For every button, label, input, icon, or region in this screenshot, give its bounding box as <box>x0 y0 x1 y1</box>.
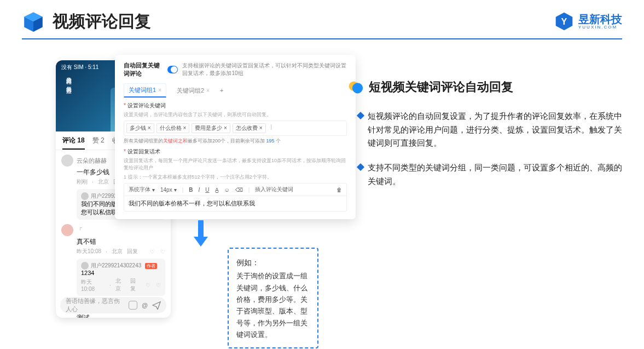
input-placeholder: 善语结善缘，恶言伤人心 <box>66 297 124 313</box>
delete-icon[interactable]: 🗑 <box>336 187 342 193</box>
chip[interactable]: 费用是多少 × <box>192 123 230 133</box>
tab-comments[interactable]: 评论 18 <box>62 136 85 145</box>
font-select[interactable]: 系统字体 ▾ <box>129 186 155 193</box>
cube-icon <box>22 10 45 33</box>
comment-body: 真不错 <box>77 237 165 247</box>
phone-status: 没有 SIM · 5:11 <box>61 64 98 71</box>
switch-label: 自动回复关键词评论 <box>124 61 163 78</box>
brand-mark-icon: Y <box>554 12 574 31</box>
insert-keyword-button[interactable]: 插入评论关键词 <box>255 186 293 193</box>
svg-text:Y: Y <box>561 16 567 26</box>
field-hint: 设置关键词，当评论里内容包含了以下关键词，则系统可自动回复。 <box>124 111 347 118</box>
chip[interactable]: 什么价格 × <box>156 123 190 133</box>
comment-body: 测试 <box>77 313 165 318</box>
video-caption: 身边的真相 复复的青涩 <box>65 72 72 84</box>
chat-bubble-icon <box>348 79 363 95</box>
bullet-text: 短视频评论的自动回复设置，为了提升作者的评论回复效率，在系统中针对常见的评论用户… <box>368 110 627 150</box>
chip[interactable]: 多少钱 × <box>126 123 154 133</box>
close-icon[interactable]: × <box>158 87 161 93</box>
reply-body: 1234 <box>81 270 161 276</box>
example-heading: 例如： <box>236 256 310 269</box>
dislike-icon[interactable]: ♡ <box>156 282 161 288</box>
keyword-note: 所有关键词组里的关键词之和最多可添加200个，目前剩余可添加 195 个 <box>124 138 347 145</box>
field-label: 设置回复话术 <box>124 148 347 156</box>
keyword-group-tab[interactable]: 关键词组1× <box>124 83 166 98</box>
add-group-button[interactable]: + <box>220 87 223 94</box>
size-select[interactable]: 14px ▾ <box>160 187 177 193</box>
example-box: 例如： 关于询价的设置成一组关键词，多少钱、什么价格，费用多少等。关于咨询班型、… <box>228 248 318 348</box>
avatar <box>61 224 73 236</box>
heart-icon[interactable]: ♡ <box>146 282 150 288</box>
brand-domain: YUUXIN.COM <box>578 25 622 30</box>
keyword-chips[interactable]: 多少钱 × 什么价格 × 费用是多少 × 怎么收费 × | <box>124 121 347 136</box>
bold-icon[interactable]: B <box>189 187 193 193</box>
author-reply: 用户2299214302243作者 1234 昨天10:08·北京回复♡♡ <box>77 259 165 296</box>
bullet-item: 支持不同类型的关键词分组，同一类问题，可设置多个相近的、高频的关键词。 <box>348 161 627 188</box>
underline-icon[interactable]: U <box>205 187 209 193</box>
diamond-icon <box>357 163 364 171</box>
tab-likes[interactable]: 赞 2 <box>92 136 105 145</box>
diamond-icon <box>357 112 364 119</box>
section-title: 短视频关键词评论自动回复 <box>369 79 513 95</box>
editor-content[interactable]: 我们不同的版本价格不一样，您可以私信联系我 <box>124 196 346 211</box>
bullet-item: 短视频评论的自动回复设置，为了提升作者的评论回复效率，在系统中针对常见的评论用户… <box>348 110 627 150</box>
avatar <box>81 192 89 200</box>
chip[interactable]: 怎么收费 × <box>233 123 266 133</box>
comment-item: 「 真不错 昨天10:08·北京回复♡♡ 用户2299214302243作者 1… <box>61 224 165 296</box>
field-hint: 设置回复话术，每回复一个用户评论只发送一条话术，最多支持设置10条不同话术，按添… <box>124 157 347 171</box>
heart-icon[interactable]: ♡ <box>150 249 155 255</box>
rich-text-editor[interactable]: 系统字体 ▾ 14px ▾ | B I U A̲ ☺ ⌫ | 插入评论关键词 🗑… <box>124 183 347 211</box>
svg-point-6 <box>352 83 363 93</box>
settings-panel: 自动回复关键词评论 支持根据评论的关键词设置回复话术，可以针对不同类型关键词设置… <box>115 55 356 219</box>
avatar <box>81 262 89 270</box>
header-rule <box>22 38 622 39</box>
brand-logo: Y 昱新科技 YUUXIN.COM <box>554 12 622 31</box>
username: 云朵的赫赫 <box>77 157 107 165</box>
field-hint: 1 提示：一个富文本框最多支持512个字符，一个汉字占用2个字符。 <box>124 174 347 181</box>
page-title: 视频评论回复 <box>53 10 151 33</box>
reply-link[interactable]: 回复 <box>130 277 141 293</box>
bullet-text: 支持不同类型的关键词分组，同一类问题，可设置多个相近的、高频的关键词。 <box>368 161 627 188</box>
emoji-icon[interactable]: ☺ <box>224 187 230 193</box>
dislike-icon[interactable]: ♡ <box>160 249 165 255</box>
username: 「 <box>77 226 83 234</box>
author-badge: 作者 <box>145 263 157 269</box>
switch-desc: 支持根据评论的关键词设置回复话术，可以针对不同类型关键词设置回复话术，最多添加1… <box>182 62 347 77</box>
at-icon[interactable]: @ <box>142 302 148 308</box>
example-text: 关于询价的设置成一组关键词，多少钱、什么价格，费用多少等。关于咨询班型、版本、型… <box>236 270 310 341</box>
clear-icon[interactable]: ⌫ <box>235 187 243 193</box>
comment-input[interactable]: 善语结善缘，恶言伤人心 @ <box>60 297 166 313</box>
keyword-group-tab[interactable]: 关键词组2× <box>172 84 214 98</box>
arrow-icon <box>192 220 210 248</box>
brand-name: 昱新科技 <box>578 13 622 25</box>
avatar <box>61 155 73 167</box>
send-icon[interactable] <box>152 301 161 310</box>
auto-reply-toggle[interactable] <box>167 66 178 73</box>
emoji-icon[interactable] <box>129 301 137 310</box>
color-icon[interactable]: A̲ <box>215 187 219 193</box>
field-label: 设置评论关键词 <box>124 102 347 110</box>
reply-link[interactable]: 回复 <box>127 248 138 255</box>
italic-icon[interactable]: I <box>199 187 200 193</box>
close-icon[interactable]: × <box>206 88 210 94</box>
